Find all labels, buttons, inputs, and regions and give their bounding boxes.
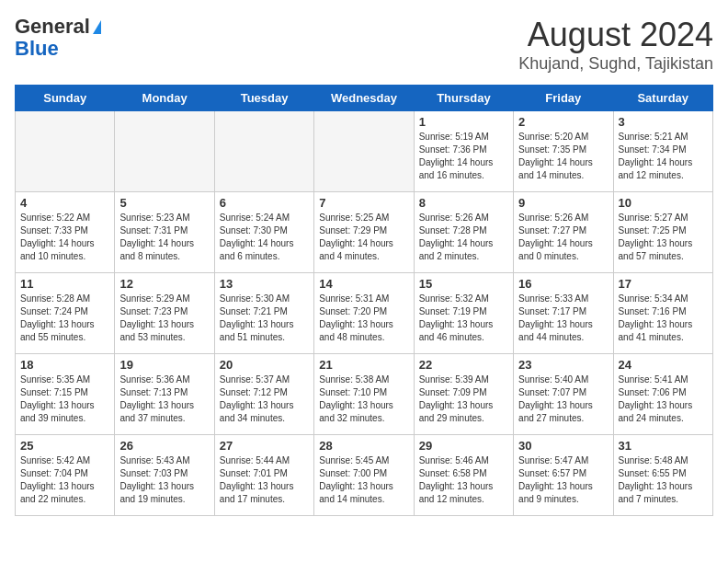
day-info: Sunrise: 5:43 AM Sunset: 7:03 PM Dayligh… — [119, 454, 209, 506]
day-info: Sunrise: 5:44 AM Sunset: 7:01 PM Dayligh… — [220, 454, 309, 506]
day-info: Sunrise: 5:39 AM Sunset: 7:09 PM Dayligh… — [419, 373, 508, 425]
calendar-cell: 25Sunrise: 5:42 AM Sunset: 7:04 PM Dayli… — [16, 435, 115, 516]
day-number: 9 — [518, 196, 608, 210]
day-number: 5 — [119, 196, 209, 210]
day-number: 12 — [119, 277, 209, 291]
day-info: Sunrise: 5:23 AM Sunset: 7:31 PM Dayligh… — [119, 212, 209, 263]
day-info: Sunrise: 5:28 AM Sunset: 7:24 PM Dayligh… — [20, 293, 109, 344]
day-info: Sunrise: 5:35 AM Sunset: 7:15 PM Dayligh… — [20, 373, 109, 425]
day-number: 7 — [319, 196, 408, 210]
day-info: Sunrise: 5:25 AM Sunset: 7:29 PM Dayligh… — [319, 212, 408, 263]
day-info: Sunrise: 5:42 AM Sunset: 7:04 PM Dayligh… — [20, 454, 109, 506]
day-info: Sunrise: 5:33 AM Sunset: 7:17 PM Dayligh… — [518, 293, 608, 344]
calendar-body: 1Sunrise: 5:19 AM Sunset: 7:36 PM Daylig… — [16, 111, 713, 516]
day-number: 23 — [518, 358, 608, 372]
logo: General Blue — [15, 15, 101, 61]
day-number: 27 — [220, 439, 309, 453]
calendar-cell: 18Sunrise: 5:35 AM Sunset: 7:15 PM Dayli… — [16, 354, 115, 435]
calendar-cell: 4Sunrise: 5:22 AM Sunset: 7:33 PM Daylig… — [16, 192, 115, 273]
day-number: 30 — [518, 439, 608, 453]
month-title: August 2024 — [518, 15, 713, 54]
day-number: 21 — [319, 358, 408, 372]
day-info: Sunrise: 5:20 AM Sunset: 7:35 PM Dayligh… — [518, 131, 608, 182]
day-info: Sunrise: 5:22 AM Sunset: 7:33 PM Dayligh… — [20, 212, 109, 263]
day-info: Sunrise: 5:34 AM Sunset: 7:16 PM Dayligh… — [619, 293, 708, 344]
day-number: 31 — [619, 439, 708, 453]
logo-general: General — [15, 15, 90, 39]
day-info: Sunrise: 5:45 AM Sunset: 7:00 PM Dayligh… — [319, 454, 408, 506]
calendar-cell: 26Sunrise: 5:43 AM Sunset: 7:03 PM Dayli… — [115, 435, 214, 516]
day-info: Sunrise: 5:19 AM Sunset: 7:36 PM Dayligh… — [419, 131, 508, 182]
day-info: Sunrise: 5:31 AM Sunset: 7:20 PM Dayligh… — [319, 293, 408, 344]
week-row-1: 1Sunrise: 5:19 AM Sunset: 7:36 PM Daylig… — [16, 111, 713, 192]
day-number: 16 — [518, 277, 608, 291]
day-info: Sunrise: 5:32 AM Sunset: 7:19 PM Dayligh… — [419, 293, 508, 344]
calendar-cell: 13Sunrise: 5:30 AM Sunset: 7:21 PM Dayli… — [214, 273, 313, 354]
day-number: 26 — [119, 439, 209, 453]
header-day-monday: Monday — [115, 86, 214, 111]
calendar-cell: 19Sunrise: 5:36 AM Sunset: 7:13 PM Dayli… — [115, 354, 214, 435]
calendar-cell: 10Sunrise: 5:27 AM Sunset: 7:25 PM Dayli… — [613, 192, 712, 273]
day-info: Sunrise: 5:48 AM Sunset: 6:55 PM Dayligh… — [619, 454, 708, 506]
calendar-cell: 24Sunrise: 5:41 AM Sunset: 7:06 PM Dayli… — [613, 354, 712, 435]
header-day-saturday: Saturday — [613, 86, 712, 111]
day-number: 15 — [419, 277, 508, 291]
day-number: 24 — [619, 358, 708, 372]
day-number: 1 — [419, 115, 508, 129]
location-title: Khujand, Sughd, Tajikistan — [518, 54, 713, 74]
calendar-cell: 7Sunrise: 5:25 AM Sunset: 7:29 PM Daylig… — [314, 192, 414, 273]
calendar-cell: 14Sunrise: 5:31 AM Sunset: 7:20 PM Dayli… — [314, 273, 414, 354]
header-row: SundayMondayTuesdayWednesdayThursdayFrid… — [16, 86, 713, 111]
calendar-cell: 6Sunrise: 5:24 AM Sunset: 7:30 PM Daylig… — [214, 192, 313, 273]
calendar-cell: 12Sunrise: 5:29 AM Sunset: 7:23 PM Dayli… — [115, 273, 214, 354]
day-number: 18 — [20, 358, 109, 372]
day-info: Sunrise: 5:38 AM Sunset: 7:10 PM Dayligh… — [319, 373, 408, 425]
header-day-sunday: Sunday — [16, 86, 115, 111]
logo-blue: Blue — [15, 37, 59, 61]
calendar-cell: 22Sunrise: 5:39 AM Sunset: 7:09 PM Dayli… — [414, 354, 513, 435]
calendar-cell: 3Sunrise: 5:21 AM Sunset: 7:34 PM Daylig… — [613, 111, 712, 192]
calendar-cell: 15Sunrise: 5:32 AM Sunset: 7:19 PM Dayli… — [414, 273, 513, 354]
title-area: August 2024 Khujand, Sughd, Tajikistan — [518, 15, 713, 74]
week-row-2: 4Sunrise: 5:22 AM Sunset: 7:33 PM Daylig… — [16, 192, 713, 273]
day-info: Sunrise: 5:24 AM Sunset: 7:30 PM Dayligh… — [220, 212, 309, 263]
day-number: 6 — [220, 196, 309, 210]
day-info: Sunrise: 5:37 AM Sunset: 7:12 PM Dayligh… — [220, 373, 309, 425]
day-info: Sunrise: 5:36 AM Sunset: 7:13 PM Dayligh… — [119, 373, 209, 425]
day-number: 20 — [220, 358, 309, 372]
day-info: Sunrise: 5:26 AM Sunset: 7:28 PM Dayligh… — [419, 212, 508, 263]
header-day-friday: Friday — [514, 86, 613, 111]
day-number: 22 — [419, 358, 508, 372]
calendar-cell: 16Sunrise: 5:33 AM Sunset: 7:17 PM Dayli… — [514, 273, 613, 354]
calendar-cell: 30Sunrise: 5:47 AM Sunset: 6:57 PM Dayli… — [514, 435, 613, 516]
calendar-cell: 28Sunrise: 5:45 AM Sunset: 7:00 PM Dayli… — [314, 435, 414, 516]
day-info: Sunrise: 5:41 AM Sunset: 7:06 PM Dayligh… — [619, 373, 708, 425]
day-info: Sunrise: 5:27 AM Sunset: 7:25 PM Dayligh… — [619, 212, 708, 263]
day-number: 19 — [119, 358, 209, 372]
day-number: 28 — [319, 439, 408, 453]
calendar-cell — [16, 111, 115, 192]
calendar-cell: 8Sunrise: 5:26 AM Sunset: 7:28 PM Daylig… — [414, 192, 513, 273]
calendar-cell: 21Sunrise: 5:38 AM Sunset: 7:10 PM Dayli… — [314, 354, 414, 435]
day-number: 11 — [20, 277, 109, 291]
day-number: 10 — [619, 196, 708, 210]
calendar-cell — [115, 111, 214, 192]
calendar-cell: 27Sunrise: 5:44 AM Sunset: 7:01 PM Dayli… — [214, 435, 313, 516]
day-info: Sunrise: 5:30 AM Sunset: 7:21 PM Dayligh… — [220, 293, 309, 344]
day-number: 13 — [220, 277, 309, 291]
day-info: Sunrise: 5:26 AM Sunset: 7:27 PM Dayligh… — [518, 212, 608, 263]
week-row-3: 11Sunrise: 5:28 AM Sunset: 7:24 PM Dayli… — [16, 273, 713, 354]
header-day-thursday: Thursday — [414, 86, 513, 111]
day-number: 29 — [419, 439, 508, 453]
day-number: 3 — [619, 115, 708, 129]
logo-triangle-icon — [93, 20, 101, 34]
calendar-cell: 17Sunrise: 5:34 AM Sunset: 7:16 PM Dayli… — [613, 273, 712, 354]
day-number: 17 — [619, 277, 708, 291]
day-info: Sunrise: 5:46 AM Sunset: 6:58 PM Dayligh… — [419, 454, 508, 506]
day-info: Sunrise: 5:47 AM Sunset: 6:57 PM Dayligh… — [518, 454, 608, 506]
header: General Blue August 2024 Khujand, Sughd,… — [15, 15, 713, 74]
calendar-cell — [314, 111, 414, 192]
day-info: Sunrise: 5:21 AM Sunset: 7:34 PM Dayligh… — [619, 131, 708, 182]
calendar-cell: 11Sunrise: 5:28 AM Sunset: 7:24 PM Dayli… — [16, 273, 115, 354]
day-number: 25 — [20, 439, 109, 453]
